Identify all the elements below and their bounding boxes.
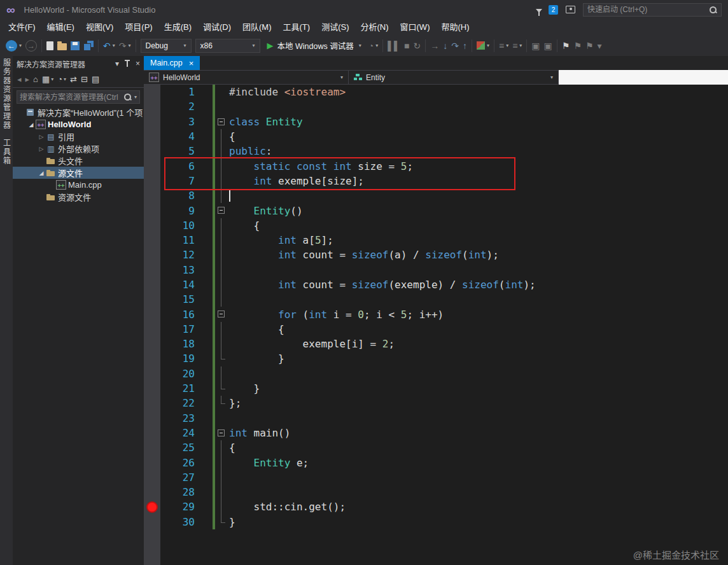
start-debugging-button[interactable]: ▶本地 Windows 调试器▾	[262, 38, 367, 53]
member-dropdown-empty-area[interactable]	[559, 70, 728, 85]
code-line[interactable]: 24int main()	[144, 426, 728, 440]
menu-item[interactable]: 调试(D)	[197, 19, 237, 35]
breakpoint-gutter-cell[interactable]	[144, 322, 160, 337]
expander-icon[interactable]: ▷	[37, 134, 46, 140]
new-file-button[interactable]	[45, 38, 55, 54]
expander-icon[interactable]: ◢	[27, 122, 36, 128]
next-bookmark-icon[interactable]: ⚑	[584, 38, 596, 54]
fold-collapse-button[interactable]	[215, 307, 228, 321]
breakpoint-gutter-cell[interactable]	[144, 515, 160, 529]
sync-with-active-document-icon[interactable]: ⇄	[68, 73, 79, 87]
quick-launch-input[interactable]	[587, 5, 706, 14]
profiler-icon[interactable]: ◔▾	[367, 38, 380, 54]
breakpoint-gutter-cell[interactable]	[144, 307, 160, 321]
close-icon[interactable]: ×	[136, 59, 140, 68]
solution-search-input[interactable]	[20, 93, 122, 102]
code-line[interactable]: 21 }	[144, 381, 728, 396]
comment-selection-icon[interactable]: ▣	[529, 38, 542, 54]
breakpoint-gutter-cell[interactable]	[144, 158, 160, 173]
expander-icon[interactable]: ◢	[37, 170, 46, 176]
code-line[interactable]: 16 for (int i = 0; i < 5; i++)	[144, 307, 728, 321]
breakpoint-gutter-cell[interactable]	[144, 366, 160, 381]
breakpoint-gutter-cell[interactable]	[144, 396, 160, 410]
code-line[interactable]: 30}	[144, 515, 728, 529]
menu-item[interactable]: 工具(T)	[277, 19, 316, 35]
breakpoint-gutter-cell[interactable]	[144, 188, 160, 203]
toolbar-options-icon[interactable]: ▾	[596, 38, 604, 54]
save-button[interactable]	[69, 38, 81, 54]
breakpoint-gutter-cell[interactable]	[144, 263, 160, 277]
properties-icon[interactable]: ▤	[90, 73, 101, 87]
menu-item[interactable]: 视图(V)	[80, 19, 119, 35]
breakpoint-gutter-cell[interactable]	[144, 337, 160, 351]
code-line[interactable]: 2	[144, 99, 728, 114]
show-next-statement-icon[interactable]: →	[428, 38, 441, 54]
breakpoint-gutter-cell[interactable]	[144, 99, 160, 114]
breakpoint-gutter-cell[interactable]	[144, 248, 160, 262]
solution-configurations-dropdown[interactable]: Debug▾	[141, 39, 192, 53]
stop-icon[interactable]: ■	[402, 38, 411, 54]
code-line[interactable]: 22};	[144, 396, 728, 410]
open-file-button[interactable]	[55, 38, 69, 54]
code-line[interactable]: 26 Entity e;	[144, 455, 728, 470]
solution-explorer-header[interactable]: 解决方案资源管理器 ▾×	[13, 56, 144, 71]
code-line[interactable]: 3class Entity	[144, 115, 728, 129]
code-line[interactable]: 9 Entity()	[144, 203, 728, 218]
breakpoint-gutter-cell[interactable]	[144, 411, 160, 426]
fold-collapse-button[interactable]	[215, 426, 228, 440]
code-line[interactable]: 29 std::cin.get();	[144, 499, 728, 514]
step-out-icon[interactable]: ↑	[461, 38, 469, 54]
tree-item[interactable]: ▷引用	[13, 130, 144, 143]
title-bar[interactable]: ∞ HelloWorld - Microsoft Visual Studio 2	[0, 0, 728, 19]
code-line[interactable]: 23	[144, 411, 728, 426]
code-line[interactable]: 28	[144, 485, 728, 499]
breakpoint-gutter-cell[interactable]	[144, 455, 160, 470]
tree-item[interactable]: ◢源文件	[13, 167, 144, 179]
notifications-filter-icon[interactable]	[536, 4, 542, 15]
pause-icon[interactable]: ▌▌	[386, 38, 402, 54]
tree-item[interactable]: 资源文件	[13, 191, 144, 203]
redo-button[interactable]: ↷▾	[117, 38, 133, 54]
feedback-icon[interactable]	[566, 6, 575, 13]
tree-item[interactable]: 头文件	[13, 155, 144, 167]
breakpoint-gutter-cell[interactable]	[144, 277, 160, 292]
se-navigate-back-icon[interactable]: ◂	[15, 73, 24, 87]
fold-collapse-button[interactable]	[215, 115, 228, 129]
code-line[interactable]: 12 int count = sizeof(a) / sizeof(int);	[144, 248, 728, 262]
breakpoint-gutter-cell[interactable]	[144, 470, 160, 485]
uncomment-selection-icon[interactable]: ▣	[542, 38, 554, 54]
quick-launch-box[interactable]	[583, 3, 722, 17]
breakpoint-gutter-cell[interactable]	[144, 218, 160, 233]
code-line[interactable]: 5public:	[144, 144, 728, 158]
menu-item[interactable]: 帮助(H)	[435, 19, 475, 35]
solution-search-box[interactable]: ▾	[17, 90, 140, 104]
tree-item[interactable]: ▷外部依赖项	[13, 143, 144, 155]
menu-item[interactable]: 测试(S)	[316, 19, 354, 35]
side-tab[interactable]: 服务器资源管理器	[1, 59, 12, 130]
code-line[interactable]: 8	[144, 188, 728, 203]
menu-item[interactable]: 文件(F)	[3, 19, 41, 35]
toggle-bookmark-icon[interactable]: ⚑	[560, 38, 572, 54]
pin-icon[interactable]	[124, 60, 130, 67]
collapse-all-icon[interactable]: ⊟	[79, 73, 90, 87]
expander-icon[interactable]: ▷	[37, 146, 46, 152]
breakpoint-gutter-cell[interactable]	[144, 440, 160, 455]
pending-changes-filter-icon[interactable]: ◔▾	[55, 73, 68, 87]
project-scope-dropdown[interactable]: HelloWorld ▾	[144, 70, 349, 85]
breakpoint-gutter-cell[interactable]	[144, 174, 160, 188]
code-line[interactable]: 11 int a[5];	[144, 233, 728, 248]
menu-item[interactable]: 窗口(W)	[395, 19, 436, 35]
breakpoint-gutter-cell[interactable]	[144, 381, 160, 396]
code-line[interactable]: 4{	[144, 129, 728, 144]
home-icon[interactable]: ⌂	[31, 73, 40, 87]
navigate-back-button[interactable]: ←▾	[4, 38, 24, 54]
breakpoint-gutter-cell[interactable]	[144, 351, 160, 366]
breakpoint-gutter-cell[interactable]	[144, 85, 160, 99]
code-line[interactable]: 15	[144, 292, 728, 307]
breakpoint-gutter-cell[interactable]	[144, 144, 160, 158]
tree-item[interactable]: Main.cpp	[13, 179, 144, 191]
menu-item[interactable]: 项目(P)	[119, 19, 158, 35]
tree-item[interactable]: ◢HelloWorld	[13, 118, 144, 130]
breakpoint-gutter-cell[interactable]	[144, 426, 160, 440]
menu-item[interactable]: 团队(M)	[237, 19, 277, 35]
